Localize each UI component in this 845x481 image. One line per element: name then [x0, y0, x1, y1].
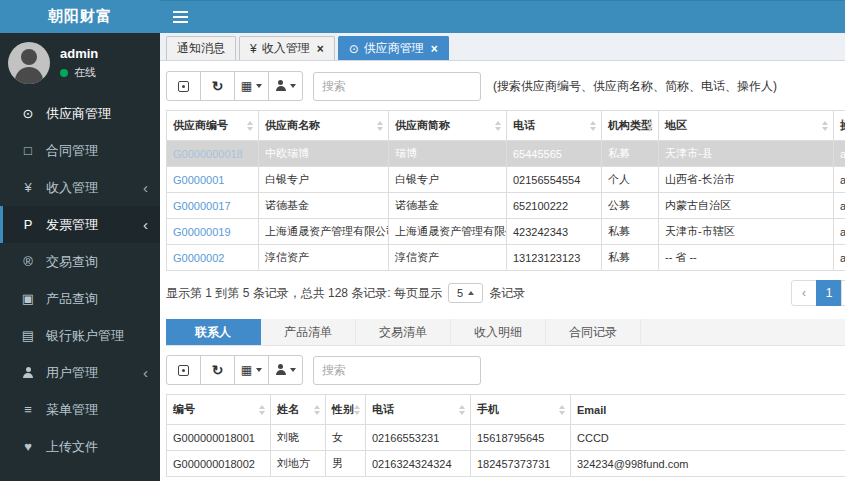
column-header[interactable]: 编号: [167, 395, 271, 425]
column-header[interactable]: 供应商名称: [259, 111, 389, 141]
sidebar-item-upload-file[interactable]: ♥上传文件: [0, 428, 160, 465]
columns-button[interactable]: ▦: [234, 355, 269, 385]
sidebar-item-menu-management[interactable]: ≡菜单管理: [0, 391, 160, 428]
tab-income-management[interactable]: ¥收入管理×: [239, 36, 335, 60]
row-id-link[interactable]: G0000000018: [173, 148, 243, 160]
detail-tab-contract-records[interactable]: 合同记录: [546, 319, 641, 345]
column-header[interactable]: 机构类型: [602, 111, 659, 141]
yen-icon: ¥: [250, 42, 257, 56]
row-id-link[interactable]: G0000002: [173, 252, 224, 264]
cell: 652100222: [507, 193, 602, 219]
cell: 私募: [602, 219, 659, 245]
invoice-icon: P: [17, 217, 39, 232]
detail-tab-contacts[interactable]: 联系人: [166, 319, 261, 345]
column-header[interactable]: 供应商简称: [389, 111, 507, 141]
chevron-left-icon: ‹: [143, 365, 148, 380]
column-header[interactable]: 操作人: [834, 111, 845, 141]
cell: 男: [326, 451, 366, 477]
tab-notifications[interactable]: 通知消息: [166, 36, 236, 60]
sort-icon: [459, 405, 465, 415]
table-row[interactable]: G000000018002刘地方男02163243243241824573737…: [167, 451, 845, 477]
cell: 白银专户: [389, 167, 507, 193]
sidebar-item-user-management[interactable]: 用户管理‹: [0, 354, 160, 391]
cell: 324234@998fund.com: [571, 451, 845, 477]
sidebar-item-label: 用户管理: [46, 364, 98, 382]
row-id-link[interactable]: G00000017: [173, 200, 231, 212]
column-header-label: 电话: [513, 119, 535, 131]
column-header[interactable]: 地区: [659, 111, 834, 141]
detail-view-icon: [178, 365, 189, 376]
sort-icon: [354, 405, 360, 415]
close-icon[interactable]: ×: [431, 43, 438, 55]
sort-down-arrow: [354, 411, 360, 415]
suppliers-search-input[interactable]: [313, 72, 481, 101]
hamburger-menu-icon[interactable]: [173, 11, 188, 23]
contacts-search-input[interactable]: [313, 356, 481, 385]
cell: 上海通晟资产管理有限公司: [259, 219, 389, 245]
cell: G00000017: [167, 193, 259, 219]
detail-tab-product-list[interactable]: 产品清单: [261, 319, 356, 345]
export-button[interactable]: [268, 71, 303, 101]
pagination-page-2[interactable]: 2: [841, 280, 845, 306]
cell: 65445565: [507, 141, 602, 167]
sidebar-item-transaction-query[interactable]: ®交易查询: [0, 243, 160, 280]
columns-button[interactable]: ▦: [234, 71, 269, 101]
column-header[interactable]: 性别: [326, 395, 366, 425]
table-row[interactable]: G0000001白银专户白银专户02156554554个人山西省-长治市admi…: [167, 167, 845, 193]
sort-icon: [559, 405, 565, 415]
refresh-button[interactable]: ↻: [200, 355, 235, 385]
cell: 白银专户: [259, 167, 389, 193]
column-header[interactable]: 手机: [471, 395, 571, 425]
cell: 182457373731: [471, 451, 571, 477]
pagination-page-1[interactable]: 1: [816, 280, 842, 306]
table-row[interactable]: G0000002淳信资产淳信资产13123123123私募-- 省 --admi…: [167, 245, 845, 271]
refresh-button[interactable]: ↻: [200, 71, 235, 101]
sidebar-item-income-management[interactable]: ¥收入管理‹: [0, 169, 160, 206]
user-icon: [23, 367, 34, 379]
columns-icon: ▦: [241, 80, 252, 92]
sidebar-item-invoice-management[interactable]: P发票管理‹: [0, 206, 160, 243]
column-header[interactable]: 电话: [366, 395, 471, 425]
column-header[interactable]: 姓名: [271, 395, 326, 425]
sidebar-item-contract-management[interactable]: □合同管理: [0, 132, 160, 169]
pagination-prev-button[interactable]: ‹: [791, 280, 817, 306]
close-icon[interactable]: ×: [317, 43, 324, 55]
column-header-label: 手机: [477, 403, 499, 415]
tab-supplier-management[interactable]: ⊙供应商管理×: [338, 36, 449, 60]
row-id-link[interactable]: G0000001: [173, 174, 224, 186]
tab-label: 收入管理: [262, 40, 310, 57]
table-row[interactable]: G000000018001刘晓女0216655323115618795645CC…: [167, 425, 845, 451]
column-header[interactable]: 供应商编号: [167, 111, 259, 141]
sort-up-arrow: [354, 405, 360, 409]
sidebar-item-supplier-management[interactable]: ⊙供应商管理: [0, 95, 160, 132]
cell: 13123123123: [507, 245, 602, 271]
table-row[interactable]: G0000000018中欧瑞博瑞博65445565私募天津市-县admin: [167, 141, 845, 167]
contacts-toolbar: ↻ ▦: [166, 355, 845, 385]
sort-up-arrow: [647, 121, 653, 125]
cell: 0216324324324: [366, 451, 471, 477]
cell: 淳信资产: [259, 245, 389, 271]
export-button[interactable]: [268, 355, 303, 385]
detail-tab-income-detail[interactable]: 收入明细: [451, 319, 546, 345]
upload-icon: ♥: [17, 439, 39, 454]
sidebar-item-product-query[interactable]: ▣产品查询: [0, 280, 160, 317]
cell: 淳信资产: [389, 245, 507, 271]
sidebar-item-bank-account-management[interactable]: ▤银行账户管理: [0, 317, 160, 354]
table-row[interactable]: G00000017诺德基金诺德基金652100222公募内蒙古自治区admin: [167, 193, 845, 219]
row-id-link[interactable]: G00000019: [173, 226, 231, 238]
target-icon: ⊙: [349, 42, 359, 56]
column-header[interactable]: 电话: [507, 111, 602, 141]
table-row[interactable]: G00000019上海通晟资产管理有限公司上海通晟资产管理有限公司4232423…: [167, 219, 845, 245]
app-window: 朝阳财富 admin 在线 ⊙供应商管理□合同管理¥收入管理‹P发票管理‹®交易…: [0, 0, 845, 481]
page-size-select[interactable]: 5: [448, 283, 483, 303]
column-header-label: 供应商简称: [395, 119, 450, 131]
online-dot-icon: [60, 69, 68, 77]
column-header-label: Email: [577, 404, 606, 416]
search-hint: (搜索供应商编号、供应商名称、简称、电话、操作人): [493, 78, 777, 95]
detail-view-button[interactable]: [166, 71, 201, 101]
page-tab-bar: 通知消息¥收入管理×⊙供应商管理×: [160, 33, 845, 61]
sort-icon: [822, 121, 828, 131]
detail-tab-transaction-list[interactable]: 交易清单: [356, 319, 451, 345]
sidebar-item-label: 银行账户管理: [46, 327, 124, 345]
detail-view-button[interactable]: [166, 355, 201, 385]
